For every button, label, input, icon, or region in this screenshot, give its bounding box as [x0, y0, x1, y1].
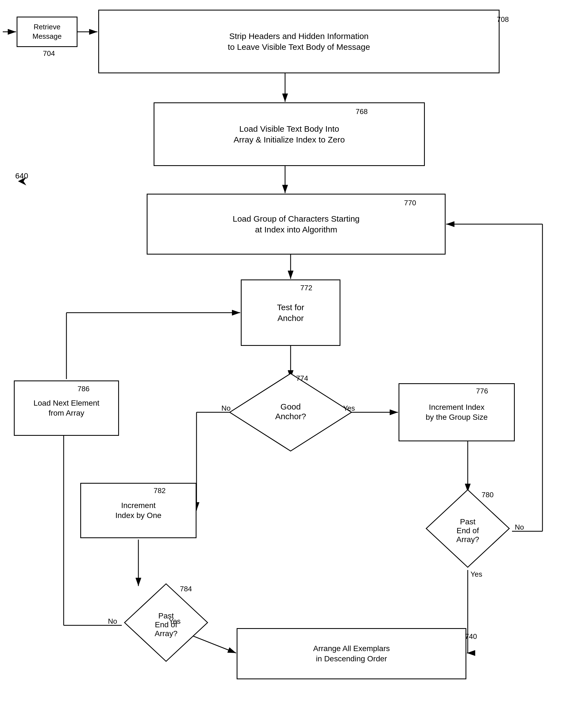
- yes-label-good-anchor: Yes: [343, 404, 355, 413]
- load-group-label: Load Group of Characters Startingat Inde…: [233, 213, 360, 235]
- ref-708: 708: [497, 15, 509, 24]
- good-anchor-diamond: Good Anchor?: [227, 371, 354, 454]
- load-next-box: Load Next Elementfrom Array: [14, 380, 119, 436]
- ref-782: 782: [154, 486, 166, 495]
- ref-776: 776: [476, 387, 488, 395]
- ref-740: 740: [465, 632, 477, 641]
- retrieve-box: Retrieve Message: [17, 17, 77, 47]
- past-end-left-diamond: Past End of Array?: [122, 581, 210, 664]
- no-label-past-end-left: No: [108, 617, 117, 626]
- ref-784: 784: [180, 585, 192, 593]
- flowchart: Retrieve Message 704 Strip Headers and H…: [0, 0, 561, 728]
- increment-group-box: Increment Indexby the Group Size: [399, 383, 515, 441]
- strip-box: Strip Headers and Hidden Informationto L…: [98, 10, 500, 73]
- load-array-box: Load Visible Text Body IntoArray & Initi…: [154, 102, 425, 166]
- ref-772: 772: [300, 284, 312, 292]
- no-label-past-end-right: No: [515, 523, 524, 532]
- ref-786: 786: [77, 385, 89, 393]
- ref-780: 780: [482, 491, 493, 499]
- ref-770: 770: [404, 199, 416, 207]
- load-array-label: Load Visible Text Body IntoArray & Initi…: [234, 123, 345, 145]
- load-group-box: Load Group of Characters Startingat Inde…: [147, 194, 446, 255]
- arrange-label: Arrange All Exemplarsin Descending Order: [313, 644, 390, 664]
- fig-arrow: [18, 177, 29, 185]
- increment-group-label: Increment Indexby the Group Size: [426, 402, 488, 423]
- svg-text:Past: Past: [460, 517, 475, 526]
- test-anchor-label: Test forAnchor: [277, 302, 304, 323]
- svg-text:Array?: Array?: [456, 535, 479, 544]
- no-label-good-anchor: No: [221, 404, 231, 413]
- svg-marker-33: [18, 177, 26, 185]
- increment-one-box: IncrementIndex by One: [80, 483, 197, 538]
- load-next-label: Load Next Elementfrom Array: [33, 398, 99, 418]
- svg-text:Good: Good: [280, 402, 301, 411]
- ref-768: 768: [356, 107, 368, 116]
- ref-704: 704: [43, 49, 55, 58]
- svg-text:End of: End of: [457, 526, 479, 535]
- svg-text:Array?: Array?: [155, 629, 177, 638]
- svg-text:Anchor?: Anchor?: [275, 412, 306, 421]
- increment-one-label: IncrementIndex by One: [115, 501, 162, 521]
- ref-774: 774: [296, 374, 308, 383]
- past-end-right-diamond: Past End of Array?: [423, 487, 512, 570]
- arrange-box: Arrange All Exemplarsin Descending Order: [237, 628, 466, 679]
- yes-label-past-end-left: Yes: [169, 617, 180, 626]
- test-anchor-box: Test forAnchor: [241, 279, 340, 346]
- strip-label: Strip Headers and Hidden Informationto L…: [228, 31, 370, 52]
- yes-label-past-end-right: Yes: [470, 570, 482, 579]
